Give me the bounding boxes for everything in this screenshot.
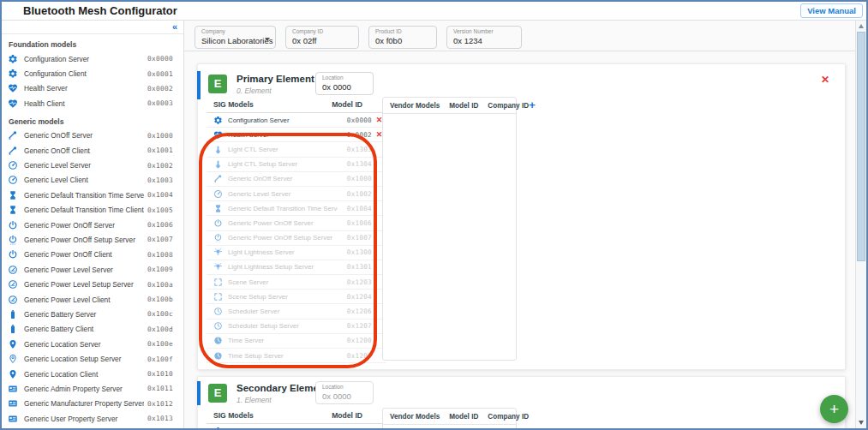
sidebar-item[interactable]: Configuration Server0x0000 [2,51,183,66]
product-id-label: Product ID [375,28,402,34]
sig-model-id: 0x1303 [338,146,372,153]
scheduler-icon [213,321,223,331]
collapse-sidebar-icon[interactable]: « [172,21,177,32]
vendor-company-id-header: Company ID [488,413,529,421]
version-number-field[interactable]: Version Number 0x 1234 [446,26,522,49]
sig-model-id: 0x1002 [338,190,372,198]
sidebar-item-model-id: 0x100f [147,355,173,363]
company-id-field[interactable]: Company ID 0x 02ff [285,26,359,49]
hourglass-icon [8,205,18,215]
sidebar-item[interactable]: Generic User Property Server0x1013 [2,411,183,426]
sig-model-id: 0x1200 [338,337,372,344]
sidebar-item-label: Generic Location Setup Server [24,355,144,363]
sig-model-label: Generic Power OnOff Server [228,219,338,227]
vendor-models-header: Vendor Models [390,413,440,421]
add-element-button[interactable]: + [820,395,848,423]
company-select[interactable]: Company Silicon Laboratories [195,26,276,49]
property-icon [8,414,18,424]
product-id-field[interactable]: Product ID 0x f0b0 [368,26,437,49]
sig-model-label: Scene Setup Server [228,293,338,301]
sidebar-item[interactable]: Generic Power OnOff Setup Server0x1007 [2,232,183,247]
sidebar-item-label: Generic Power OnOff Server [24,221,144,230]
location-value: 0x 0000 [322,391,351,401]
sidebar-item[interactable]: Configuration Client0x0001 [2,66,183,81]
gauge-circle-icon [8,279,18,290]
sidebar-item-label: Generic Level Client [24,176,144,184]
bluetooth-mesh-configurator-window: Bluetooth Mesh Configurator View Manual … [0,0,868,430]
sidebar-item[interactable]: Generic OnOff Server0x1000 [2,128,183,143]
sig-model-label: Generic Power OnOff Setup Server [228,234,338,242]
pin-icon [8,369,18,379]
sidebar-header: « [2,21,183,34]
sidebar-item[interactable]: Generic Admin Property Server0x1011 [2,381,183,396]
sidebar-item-model-id: 0x0001 [147,70,173,78]
pin-outline-icon [8,354,18,364]
sidebar-item[interactable]: Generic Location Server0x100e [2,337,183,351]
sig-model-label: Generic OnOff Server [228,175,338,182]
sidebar-item[interactable]: Generic OnOff Client0x1001 [2,143,183,158]
model-id-header: Model ID [332,411,362,420]
primary-location-field[interactable]: Location 0x 0000 [315,72,374,95]
sig-model-label: Scheduler Setup Server [228,322,338,330]
sidebar-item[interactable]: Health Server0x0002 [2,81,183,96]
sidebar-item[interactable]: Generic Level Client0x1003 [2,173,183,188]
sidebar-item[interactable]: Generic Default Transition Time Server0x… [2,188,183,202]
remove-primary-element-button[interactable]: ✕ [821,75,829,85]
sidebar-item-label: Configuration Server [24,55,144,63]
hourglass-icon [8,190,18,200]
sig-model-id: 0x1004 [338,205,372,212]
power-setup-icon [8,235,18,245]
sig-model-id: 0x0002 [338,131,372,139]
secondary-location-field[interactable]: Location 0x 0000 [315,381,374,404]
sidebar-item[interactable]: Generic Location Setup Server0x100f [2,351,183,366]
bulb-icon [213,248,223,257]
time-setup-icon [213,351,223,361]
view-manual-button[interactable]: View Manual [800,3,863,18]
scene-icon [213,292,223,302]
gauge-circle-icon [8,295,18,305]
vendor-table-header: Vendor Models Model ID Company ID + [383,98,516,114]
sidebar-item[interactable]: Generic Default Transition Time Client0x… [2,203,183,218]
sidebar-item[interactable]: Generic Power Level Client0x100b [2,292,183,307]
sidebar-item-label: Generic Level Server [24,161,144,170]
sig-model-label: Light CTL Server [228,146,338,153]
secondary-element-subtitle: 1. Element [236,396,272,404]
scrollbar-thumb[interactable] [857,32,865,261]
add-vendor-model-button[interactable]: + [529,101,536,110]
scrollbar-down-icon[interactable] [859,421,864,425]
element-badge: E [208,75,227,93]
gear-icon [8,54,18,64]
sidebar-item[interactable]: Generic Location Client0x1010 [2,367,183,381]
sidebar-item[interactable]: Generic Power Level Server0x1009 [2,262,183,277]
sig-model-row: Health Server0x0002✕ [207,128,386,142]
property-icon [8,398,18,409]
sidebar-item[interactable]: Health Client0x0003 [2,96,183,110]
company-value: Silicon Laboratories [201,36,272,45]
vendor-model-id-header: Model ID [449,413,478,421]
location-value: 0x 0000 [322,82,351,92]
sig-model-id: 0x1203 [338,278,372,286]
main-scrollbar[interactable] [855,21,866,428]
sidebar-item[interactable]: Generic Battery Client0x100d [2,322,183,337]
company-id-value: 0x 02ff [292,36,316,45]
element-accent-bar [197,381,201,405]
battery-icon [8,309,18,320]
sidebar-item-model-id: 0x0002 [147,85,173,93]
sidebar-item-label: Generic User Property Server [24,415,144,423]
sidebar-item-label: Generic Location Server [24,340,144,349]
app-title: Bluetooth Mesh Configurator [23,2,177,20]
sig-model-row: Scheduler Setup Server0x1207 [207,320,386,334]
sidebar-item[interactable]: Generic Battery Server0x100c [2,307,183,321]
sig-model-id: 0x1201 [338,352,372,360]
sidebar-item[interactable]: Generic Manufacturer Property Server0x10… [2,397,183,411]
power-setup-icon [213,233,223,242]
scrollbar-up-icon[interactable] [859,24,864,28]
health-heart-icon [8,99,18,109]
sidebar-item[interactable]: Generic Power OnOff Server0x1006 [2,218,183,232]
sidebar-item[interactable]: Generic Level Server0x1002 [2,158,183,172]
sig-model-id: 0x1204 [338,293,372,301]
sidebar-item[interactable]: Generic Power OnOff Client0x1008 [2,248,183,262]
sig-model-row: Generic Default Transition Time Server0x… [207,201,386,216]
sig-model-row: Time Setup Server0x1201 [207,349,386,363]
sidebar-item[interactable]: Generic Power Level Setup Server0x100a [2,277,183,291]
